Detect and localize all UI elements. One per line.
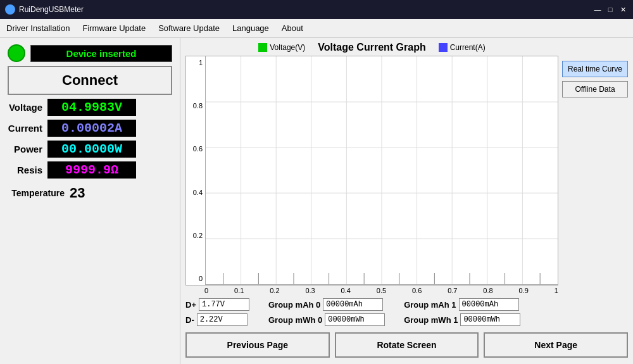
graph-container: Voltage(V) Voltage Current Graph Current… — [185, 42, 558, 294]
x-label-03: 0.3 — [305, 287, 315, 294]
x-label-01: 0.1 — [234, 287, 244, 294]
resis-value: 9999.9Ω — [47, 161, 136, 179]
dminus-field: D- — [185, 313, 249, 326]
group0-col: Group mAh 0 Group mWh 0 — [268, 298, 385, 326]
group-mwh0-field: Group mWh 0 — [268, 313, 385, 326]
title-bar-controls: — □ ✕ — [592, 4, 628, 15]
voltage-label: Voltage — [8, 102, 42, 113]
voltage-value: 04.9983V — [47, 99, 136, 116]
y-label-08: 0.8 — [193, 102, 203, 110]
group-mah1-field: Group mAh 1 — [404, 298, 520, 311]
group1-col: Group mAh 1 Group mWh 1 — [404, 298, 520, 326]
graph-header: Voltage(V) Voltage Current Graph Current… — [185, 42, 558, 53]
y-label-04: 0.4 — [193, 189, 203, 196]
app-icon — [5, 4, 15, 15]
current-value: 0.00002A — [47, 120, 136, 137]
group-mwh1-label: Group mWh 1 — [404, 315, 458, 325]
resis-row: Resis 9999.9Ω — [8, 161, 172, 179]
x-label-06: 0.6 — [412, 287, 422, 294]
menu-bar: Driver Installation Firmware Update Soft… — [0, 19, 633, 38]
temp-row: Temperature 23 — [8, 185, 172, 201]
temp-label: Temperature — [8, 188, 65, 198]
dminus-input[interactable] — [197, 313, 248, 326]
voltage-legend-icon — [258, 43, 267, 52]
group-mwh1-input[interactable] — [460, 313, 520, 326]
group-mwh0-label: Group mWh 0 — [268, 315, 322, 325]
close-button[interactable]: ✕ — [618, 4, 628, 15]
minimize-button[interactable]: — — [592, 4, 603, 15]
x-label-09: 0.9 — [519, 287, 529, 294]
resis-label: Resis — [8, 165, 42, 175]
maximize-button[interactable]: □ — [605, 4, 615, 15]
grid-svg — [206, 56, 558, 284]
y-axis: 1 0.8 0.6 0.4 0.2 0 — [186, 56, 205, 285]
y-label-06: 0.6 — [193, 145, 203, 153]
x-label-1: 1 — [555, 287, 558, 294]
graph-buttons: Real time Curve Offline Data — [562, 42, 628, 294]
rotate-screen-button[interactable]: Rotate Screen — [335, 332, 479, 358]
current-label: Current — [8, 123, 42, 134]
dplus-label: D+ — [185, 300, 196, 310]
x-label-08: 0.8 — [483, 287, 492, 294]
y-label-1: 1 — [199, 59, 203, 66]
dplus-field: D+ — [185, 298, 249, 311]
group-mah1-input[interactable] — [459, 298, 519, 311]
y-label-02: 0.2 — [193, 232, 203, 239]
prev-page-button[interactable]: Previous Page — [185, 332, 330, 358]
power-value: 00.0000W — [47, 141, 136, 158]
title-bar-left: RuiDengUSBMeter — [5, 4, 84, 15]
dplus-dminus-col: D+ D- — [185, 298, 249, 326]
connect-button[interactable]: Connect — [8, 66, 172, 95]
app-title: RuiDengUSBMeter — [19, 5, 84, 14]
menu-about[interactable]: About — [275, 22, 310, 35]
x-label-05: 0.5 — [377, 287, 386, 294]
title-bar: RuiDengUSBMeter — □ ✕ — [0, 0, 633, 19]
graph-section: Voltage(V) Voltage Current Graph Current… — [185, 42, 628, 294]
power-row: Power 00.0000W — [8, 141, 172, 158]
group-mwh0-input[interactable] — [325, 313, 385, 326]
group-mwh1-field: Group mWh 1 — [404, 313, 520, 326]
menu-driver-installation[interactable]: Driver Installation — [0, 22, 76, 35]
main-content: Device inserted Connect Voltage 04.9983V… — [0, 38, 633, 364]
group-mah0-label: Group mAh 0 — [268, 300, 320, 310]
x-label-04: 0.4 — [341, 287, 351, 294]
realtime-curve-button[interactable]: Real time Curve — [562, 61, 628, 77]
action-buttons: Previous Page Rotate Screen Next Page — [185, 330, 628, 360]
right-panel: Voltage(V) Voltage Current Graph Current… — [180, 38, 633, 364]
group-mah1-label: Group mAh 1 — [404, 300, 456, 310]
menu-software-update[interactable]: Software Update — [152, 22, 226, 35]
device-status-badge: Device inserted — [30, 45, 172, 62]
temp-value: 23 — [70, 185, 85, 201]
legend-voltage: Voltage(V) — [258, 43, 305, 52]
menu-language[interactable]: Language — [226, 22, 275, 35]
current-legend-icon — [439, 43, 448, 52]
dplus-input[interactable] — [199, 298, 249, 311]
next-page-button[interactable]: Next Page — [484, 332, 628, 358]
menu-firmware-update[interactable]: Firmware Update — [76, 22, 152, 35]
offline-data-button[interactable]: Offline Data — [562, 81, 628, 97]
dminus-label: D- — [185, 315, 194, 325]
x-label-0: 0 — [204, 287, 208, 294]
data-section: D+ D- Group mAh 0 Group mWh 0 — [185, 294, 628, 330]
left-panel: Device inserted Connect Voltage 04.9983V… — [0, 38, 180, 364]
x-axis: 0 0.1 0.2 0.3 0.4 0.5 0.6 0.7 0.8 0.9 1 — [185, 286, 558, 294]
legend-voltage-label: Voltage(V) — [270, 43, 305, 52]
status-circle — [8, 44, 25, 62]
power-label: Power — [8, 144, 42, 154]
current-row: Current 0.00002A — [8, 120, 172, 137]
group-mah0-input[interactable] — [323, 298, 383, 311]
graph-title: Voltage Current Graph — [318, 42, 425, 53]
voltage-row: Voltage 04.9983V — [8, 99, 172, 116]
device-status-row: Device inserted — [8, 44, 172, 62]
legend-current: Current(A) — [439, 43, 486, 52]
y-label-0: 0 — [199, 275, 203, 282]
group-mah0-field: Group mAh 0 — [268, 298, 385, 311]
graph-area: 1 0.8 0.6 0.4 0.2 0 — [185, 56, 558, 286]
graph-inner — [205, 56, 558, 285]
legend-current-label: Current(A) — [450, 43, 486, 52]
x-label-07: 0.7 — [448, 287, 457, 294]
x-label-02: 0.2 — [270, 287, 279, 294]
